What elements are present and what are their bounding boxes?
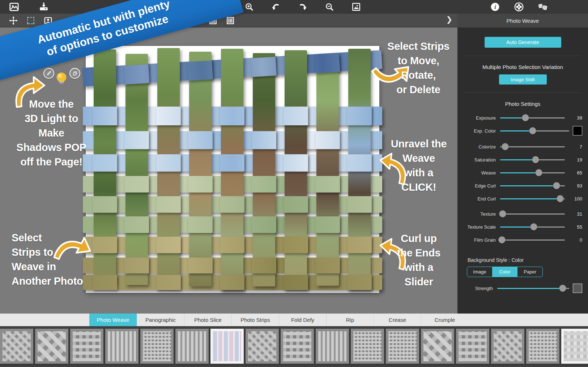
slider-edge-curl-slider[interactable]	[500, 185, 565, 186]
weave-over-patch	[284, 237, 308, 253]
note-line: Curl up	[390, 231, 448, 246]
slider-exp-color-color-swatch[interactable]	[573, 126, 582, 135]
tab-rip[interactable]: Rip	[326, 314, 374, 326]
weave-preset-16[interactable]	[526, 329, 559, 364]
tab-crease[interactable]: Crease	[374, 314, 421, 326]
weave-preset-11[interactable]	[351, 329, 384, 364]
slider-colorize-thumb[interactable]	[502, 143, 509, 150]
slider-weave-thumb[interactable]	[535, 169, 542, 176]
weave-preset-10[interactable]	[316, 329, 349, 364]
slider-strength-color-swatch[interactable]	[573, 284, 582, 293]
weave-preset-1[interactable]	[0, 329, 33, 364]
lightbulb-icon[interactable]	[54, 71, 69, 87]
tab-photo-weave[interactable]: Photo Weave	[89, 314, 137, 326]
weave-strip-v2[interactable]	[125, 54, 148, 285]
weave-strip-v6[interactable]	[253, 53, 275, 286]
image-shift-button[interactable]: Image Shift	[499, 74, 547, 85]
background-option-image[interactable]: Image	[467, 267, 492, 277]
slider-weave-slider[interactable]	[500, 172, 565, 173]
marquee-select-icon[interactable]	[25, 14, 37, 27]
tab-panographic[interactable]: Panographic	[137, 314, 184, 326]
slider-texture-slider[interactable]	[500, 213, 565, 215]
tab-photo-strips[interactable]: Photo Strips	[231, 314, 279, 326]
weave-over-patch	[188, 216, 213, 233]
slider-texture-thumb[interactable]	[499, 210, 506, 217]
slider-exp-color-thumb[interactable]	[529, 127, 536, 134]
weave-preset-17[interactable]	[561, 329, 588, 364]
weave-preset-4[interactable]	[105, 329, 139, 364]
note-line: Unravel the	[388, 137, 450, 151]
background-option-paper[interactable]: Paper	[517, 267, 542, 277]
zoom-in-icon[interactable]	[243, 1, 255, 13]
note-line: Select	[12, 230, 98, 245]
slider-saturation-slider[interactable]	[500, 159, 565, 160]
preset-pattern	[213, 331, 241, 361]
weave-preset-5[interactable]	[140, 329, 174, 364]
slider-texture-row: Texture31	[457, 207, 588, 220]
tab-fold-defy[interactable]: Fold Defy	[279, 314, 326, 326]
weave-strip-v4[interactable]	[189, 52, 212, 286]
weave-over-patch	[252, 258, 276, 273]
preset-pattern	[529, 331, 557, 361]
settings-panel: Auto Generate Multiple Photo Selection V…	[457, 27, 588, 314]
weave-over-patch	[220, 275, 244, 290]
slider-edge-curl-thumb[interactable]	[553, 182, 560, 189]
slider-texture-scale-slider[interactable]	[500, 226, 565, 228]
slider-texture-scale-thumb[interactable]	[530, 223, 537, 230]
expand-tools-chevron-icon[interactable]: ❯	[446, 15, 452, 24]
info-icon[interactable]: i	[489, 1, 501, 13]
edit-light-button[interactable]	[43, 68, 54, 79]
move-arrows-icon[interactable]	[7, 14, 20, 27]
photo-editor-icon[interactable]	[8, 1, 20, 13]
weave-preset-8[interactable]	[246, 329, 279, 364]
weave-canvas[interactable]	[86, 46, 379, 293]
redo-icon[interactable]	[297, 1, 309, 13]
weave-strip-v8[interactable]	[316, 55, 339, 286]
weave-preset-12[interactable]	[386, 329, 419, 364]
weave-preset-15[interactable]	[491, 329, 524, 364]
import-tray-icon[interactable]	[38, 1, 50, 13]
weave-preset-14[interactable]	[456, 329, 489, 364]
weave-preset-6[interactable]	[175, 329, 209, 364]
slider-film-grain-slider[interactable]	[500, 239, 565, 241]
note-line: to Move,	[386, 53, 451, 68]
weave-preset-7[interactable]	[210, 329, 244, 364]
note-line: Weave	[388, 151, 450, 165]
auto-generate-button[interactable]: Auto Generate	[485, 37, 561, 48]
weave-over-patch	[188, 176, 213, 193]
slider-saturation-thumb[interactable]	[532, 156, 539, 163]
panel-title: Photo Weave	[507, 18, 539, 24]
slider-end-curl-thumb[interactable]	[557, 195, 564, 202]
note-move-light: Move the3D Light toMakeShadows POPoff th…	[9, 97, 93, 169]
tab-crumple[interactable]: Crumple	[421, 314, 468, 326]
slider-weave-value: 65	[568, 170, 582, 176]
weave-preset-3[interactable]	[70, 329, 103, 364]
tab-photo-slice[interactable]: Photo Slice	[184, 314, 231, 326]
random-dice-icon[interactable]	[537, 1, 549, 13]
slider-strength-thumb[interactable]	[559, 285, 566, 292]
weave-over-patch	[220, 107, 244, 125]
undo-icon[interactable]	[270, 1, 282, 13]
slider-colorize-slider[interactable]	[500, 146, 565, 147]
background-option-color[interactable]: Color	[492, 267, 517, 277]
weave-over-patch	[220, 154, 244, 172]
slider-exposure-thumb[interactable]	[522, 114, 529, 121]
weave-preset-2[interactable]	[35, 329, 68, 364]
image-frame-icon[interactable]	[350, 1, 362, 13]
weave-preset-9[interactable]	[281, 329, 314, 364]
slider-exp-color-slider[interactable]	[500, 130, 569, 131]
settings-flower-icon[interactable]	[513, 1, 525, 13]
note-line: with a	[388, 165, 450, 180]
slider-film-grain-thumb[interactable]	[498, 236, 506, 243]
weave-over-patch	[284, 275, 308, 290]
slider-end-curl-row: End Curl100	[457, 192, 588, 205]
note-line: Slider	[390, 275, 448, 289]
toolbar-group-right: i	[489, 1, 549, 13]
slider-strength-slider[interactable]	[497, 288, 569, 289]
weave-preset-13[interactable]	[421, 329, 454, 364]
duplicate-light-button[interactable]	[69, 68, 80, 79]
slider-exposure-slider[interactable]	[500, 117, 565, 118]
zoom-out-icon[interactable]	[323, 1, 336, 13]
slider-end-curl-slider[interactable]	[500, 198, 565, 199]
weave-over-patch	[315, 176, 340, 193]
